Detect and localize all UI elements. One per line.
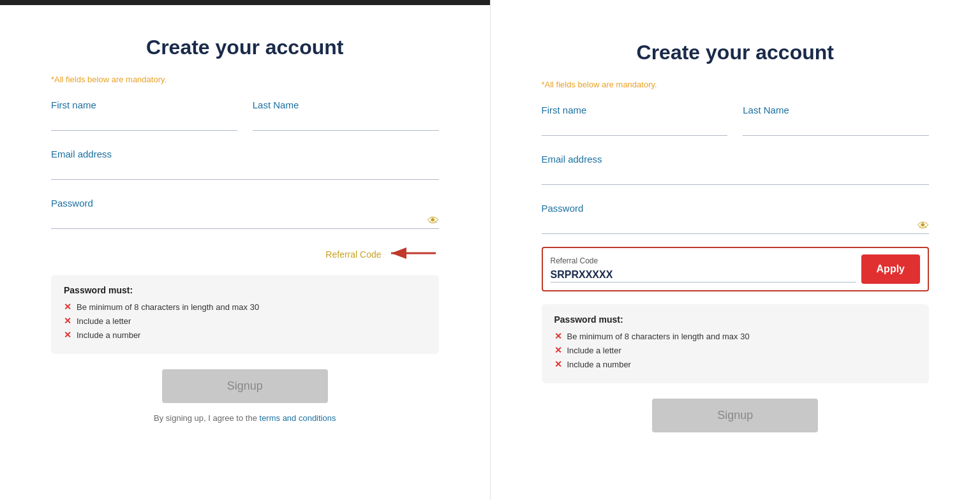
left-email-label: Email address xyxy=(51,149,439,159)
right-firstname-label: First name xyxy=(542,105,728,115)
right-password-rules: Password must: ✕ Be minimum of 8 charact… xyxy=(542,304,930,383)
top-bar xyxy=(0,0,490,5)
left-password-wrapper: 👁 xyxy=(51,212,439,229)
left-eye-icon[interactable]: 👁 xyxy=(427,214,439,228)
left-password-rules: Password must: ✕ Be minimum of 8 charact… xyxy=(51,275,439,354)
right-rule-x-1: ✕ xyxy=(554,331,562,341)
left-rule-x-1: ✕ xyxy=(64,302,71,312)
right-rule-text-1: Be minimum of 8 characters in length and… xyxy=(567,332,750,341)
left-terms-link[interactable]: terms and conditions xyxy=(260,413,336,423)
right-email-input[interactable] xyxy=(542,168,930,185)
right-rule-2: ✕ Include a letter xyxy=(554,345,917,355)
right-firstname-input[interactable] xyxy=(542,119,728,136)
right-referral-box: Referral Code Apply xyxy=(542,247,930,291)
left-referral-section: Referral Code xyxy=(51,247,439,262)
left-rule-x-3: ✕ xyxy=(64,330,71,340)
right-lastname-group: Last Name xyxy=(743,105,929,136)
right-rule-x-3: ✕ xyxy=(554,359,562,369)
left-referral-link[interactable]: Referral Code xyxy=(325,249,381,260)
right-password-label: Password xyxy=(542,203,930,214)
left-rules-title: Password must: xyxy=(64,285,426,295)
right-password-input[interactable] xyxy=(542,217,930,234)
right-rule-text-3: Include a number xyxy=(567,360,631,369)
right-rule-3: ✕ Include a number xyxy=(554,359,917,369)
left-rule-2: ✕ Include a letter xyxy=(64,316,426,326)
right-rule-x-2: ✕ xyxy=(554,345,562,355)
left-panel: Create your account *All fields below ar… xyxy=(0,0,491,500)
left-lastname-label: Last Name xyxy=(253,99,439,110)
left-email-group: Email address xyxy=(51,149,439,180)
right-firstname-group: First name xyxy=(542,105,728,136)
right-lastname-label: Last Name xyxy=(743,105,929,115)
left-arrow-icon xyxy=(388,247,439,262)
right-rule-text-2: Include a letter xyxy=(567,346,621,355)
left-signup-button[interactable]: Signup xyxy=(162,369,328,403)
left-rule-text-3: Include a number xyxy=(77,330,140,340)
left-arrow-visual: Referral Code xyxy=(51,247,439,262)
right-email-label: Email address xyxy=(542,154,930,165)
right-referral-input[interactable] xyxy=(551,268,856,283)
left-mandatory: *All fields below are mandatory. xyxy=(51,75,439,84)
left-email-input[interactable] xyxy=(51,163,439,180)
left-firstname-input[interactable] xyxy=(51,114,237,131)
left-lastname-input[interactable] xyxy=(253,114,439,131)
left-firstname-label: First name xyxy=(51,99,237,110)
left-password-label: Password xyxy=(51,198,439,209)
right-referral-label: Referral Code xyxy=(551,256,856,265)
left-password-group: Password 👁 xyxy=(51,198,439,229)
right-email-group: Email address xyxy=(542,154,930,185)
right-mandatory: *All fields below are mandatory. xyxy=(542,80,930,89)
right-title: Create your account xyxy=(542,41,930,64)
left-terms-text: By signing up, I agree to the terms and … xyxy=(51,413,439,423)
left-terms-prefix: By signing up, I agree to the xyxy=(154,413,260,423)
right-apply-button[interactable]: Apply xyxy=(861,254,920,284)
right-rules-title: Password must: xyxy=(554,314,917,325)
right-name-row: First name Last Name xyxy=(542,105,930,136)
right-lastname-input[interactable] xyxy=(743,119,929,136)
right-referral-inner: Referral Code xyxy=(551,256,856,283)
left-firstname-group: First name xyxy=(51,99,237,131)
left-lastname-group: Last Name xyxy=(253,99,439,131)
left-rule-1: ✕ Be minimum of 8 characters in length a… xyxy=(64,302,426,312)
right-panel: Create your account *All fields below ar… xyxy=(491,0,981,500)
left-rule-text-2: Include a letter xyxy=(77,316,131,326)
right-eye-icon[interactable]: 👁 xyxy=(917,219,929,233)
left-rule-3: ✕ Include a number xyxy=(64,330,426,340)
right-signup-button[interactable]: Signup xyxy=(652,399,818,432)
left-rule-x-2: ✕ xyxy=(64,316,71,326)
right-password-group: Password 👁 xyxy=(542,203,930,234)
left-rule-text-1: Be minimum of 8 characters in length and… xyxy=(77,302,259,312)
left-title: Create your account xyxy=(51,36,439,59)
right-rule-1: ✕ Be minimum of 8 characters in length a… xyxy=(554,331,917,341)
right-password-wrapper: 👁 xyxy=(542,217,930,234)
left-name-row: First name Last Name xyxy=(51,99,439,131)
left-password-input[interactable] xyxy=(51,212,439,229)
